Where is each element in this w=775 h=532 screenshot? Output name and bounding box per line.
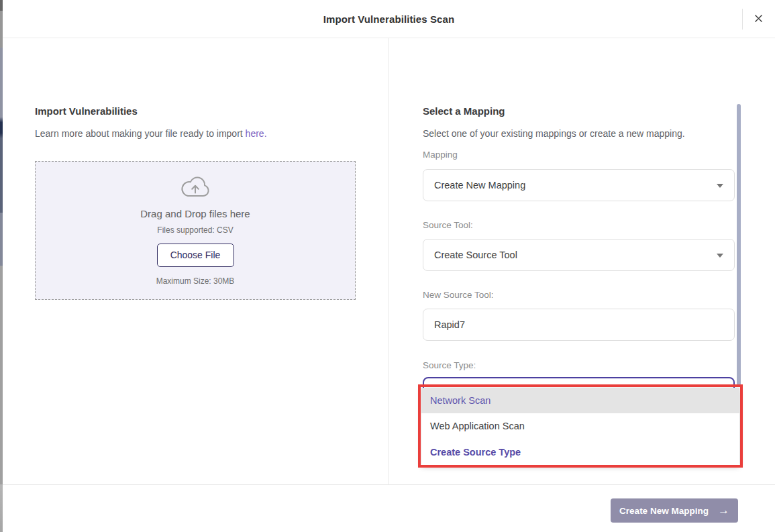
create-button-label: Create New Mapping [619,506,709,516]
source-type-dropdown-menu: Network Scan Web Application Scan Create… [421,388,739,465]
mapping-panel: Select a Mapping Select one of your exis… [390,38,775,484]
close-icon [754,14,763,25]
option-create-source-type[interactable]: Create Source Type [421,439,739,465]
source-tool-field-label: Source Tool: [423,220,473,230]
new-source-tool-input[interactable]: Rapid7 [423,309,735,341]
import-panel-description: Learn more about making your file ready … [35,128,267,139]
modal-footer: Create New Mapping → [3,484,775,532]
create-new-mapping-button[interactable]: Create New Mapping → [611,498,738,523]
mapping-select[interactable]: Create New Mapping [423,169,735,201]
dropzone-supported-text: Files supported: CSV [157,225,233,235]
source-type-field-label: Source Type: [423,360,476,370]
import-panel: Import Vulnerabilities Learn more about … [3,38,389,484]
modal-header: Import Vulnerabilities Scan [3,0,775,38]
mapping-select-value: Create New Mapping [434,180,525,191]
modal-title: Import Vulnerabilities Scan [3,13,775,25]
scrollbar[interactable] [737,104,741,386]
mapping-panel-heading: Select a Mapping [423,105,505,117]
chevron-down-icon [717,254,723,258]
new-source-tool-input-value: Rapid7 [434,319,465,330]
import-panel-heading: Import Vulnerabilities [35,105,138,117]
mapping-panel-description: Select one of your existing mappings or … [423,128,685,139]
choose-file-button[interactable]: Choose File [157,244,234,267]
dropzone-max-size-text: Maximum Size: 30MB [156,276,235,286]
close-button[interactable] [751,12,766,27]
chevron-down-icon [717,184,723,188]
cloud-upload-icon [179,176,211,203]
source-tool-select[interactable]: Create Source Tool [423,239,735,271]
file-dropzone[interactable]: Drag and Drop files here Files supported… [35,161,356,300]
option-web-application-scan[interactable]: Web Application Scan [421,413,739,439]
new-source-tool-field-label: New Source Tool: [423,290,494,300]
arrow-right-icon: → [718,504,729,516]
dropzone-drag-text: Drag and Drop files here [140,208,250,219]
import-description-text: Learn more about making your file ready … [35,128,243,139]
mapping-field-label: Mapping [423,150,458,160]
option-network-scan[interactable]: Network Scan [421,388,739,413]
header-divider [742,9,743,30]
source-tool-select-value: Create Source Tool [434,250,517,260]
learn-more-link[interactable]: here. [246,128,267,139]
import-vulnerabilities-modal: Import Vulnerabilities Scan Import Vulne… [0,0,775,532]
